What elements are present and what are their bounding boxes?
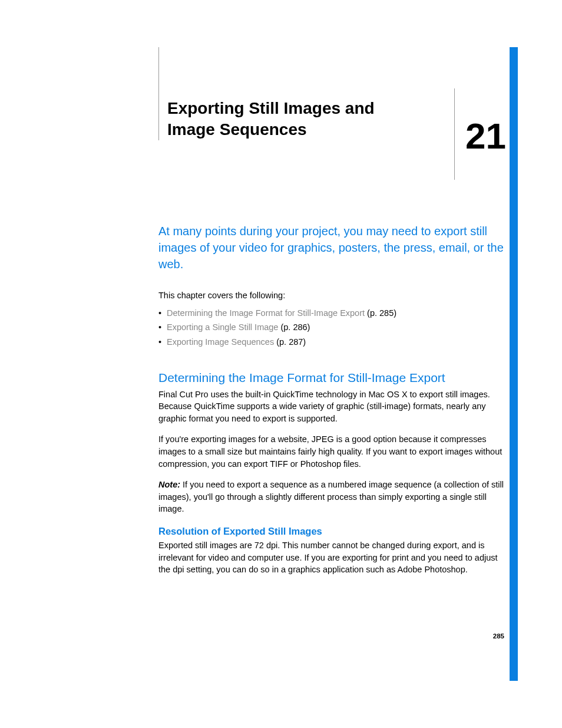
page-number: 285 <box>493 633 504 640</box>
toc-link[interactable]: Exporting a Single Still Image <box>167 322 278 332</box>
note-label: Note: <box>158 480 183 489</box>
body-paragraph: Final Cut Pro uses the built-in QuickTim… <box>158 388 506 425</box>
toc-item: Exporting a Single Still Image (p. 286) <box>158 320 506 335</box>
chapter-number: 21 <box>454 88 506 180</box>
toc-page: (p. 287) <box>276 337 306 347</box>
note-body: If you need to export a sequence as a nu… <box>158 480 504 513</box>
toc-link[interactable]: Determining the Image Format for Still-I… <box>167 308 365 318</box>
side-accent-bar <box>510 47 518 681</box>
note-paragraph: Note: If you need to export a sequence a… <box>158 479 506 515</box>
body-paragraph: Exported still images are 72 dpi. This n… <box>158 539 506 576</box>
page-content: Exporting Still Images and Image Sequenc… <box>158 47 506 585</box>
toc-item: Determining the Image Format for Still-I… <box>158 306 506 321</box>
body-paragraph: If you're exporting images for a website… <box>158 433 506 470</box>
chapter-toc: Determining the Image Format for Still-I… <box>158 306 506 350</box>
toc-link[interactable]: Exporting Image Sequences <box>167 337 274 347</box>
chapter-title: Exporting Still Images and Image Sequenc… <box>167 47 379 140</box>
chapter-header: Exporting Still Images and Image Sequenc… <box>158 47 506 140</box>
section-heading: Determining the Image Format for Still-I… <box>158 371 506 385</box>
covers-label: This chapter covers the following: <box>158 291 506 300</box>
subsection-heading: Resolution of Exported Still Images <box>158 526 506 537</box>
toc-item: Exporting Image Sequences (p. 287) <box>158 335 506 350</box>
chapter-intro: At many points during your project, you … <box>158 223 506 273</box>
toc-page: (p. 286) <box>280 322 310 332</box>
toc-page: (p. 285) <box>367 308 396 318</box>
